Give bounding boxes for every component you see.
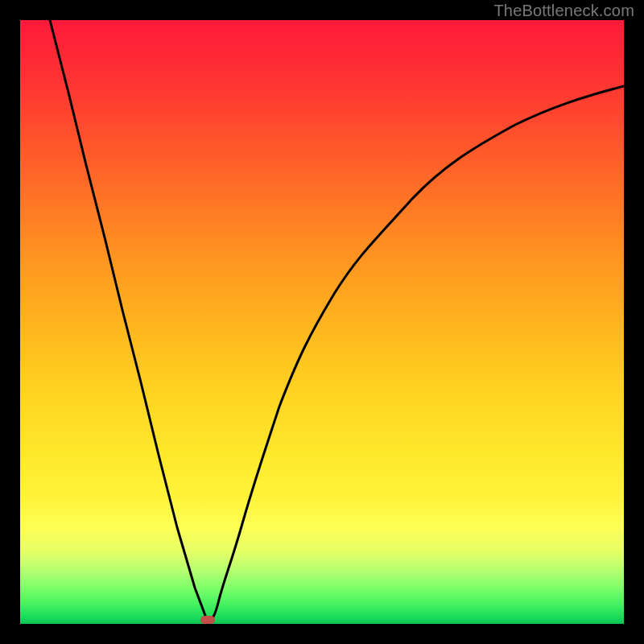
chart-frame: TheBottleneck.com: [0, 0, 644, 644]
watermark-text: TheBottleneck.com: [493, 2, 634, 20]
minimum-marker: [200, 616, 215, 624]
curve-path: [50, 20, 624, 621]
bottleneck-curve: [20, 20, 624, 624]
